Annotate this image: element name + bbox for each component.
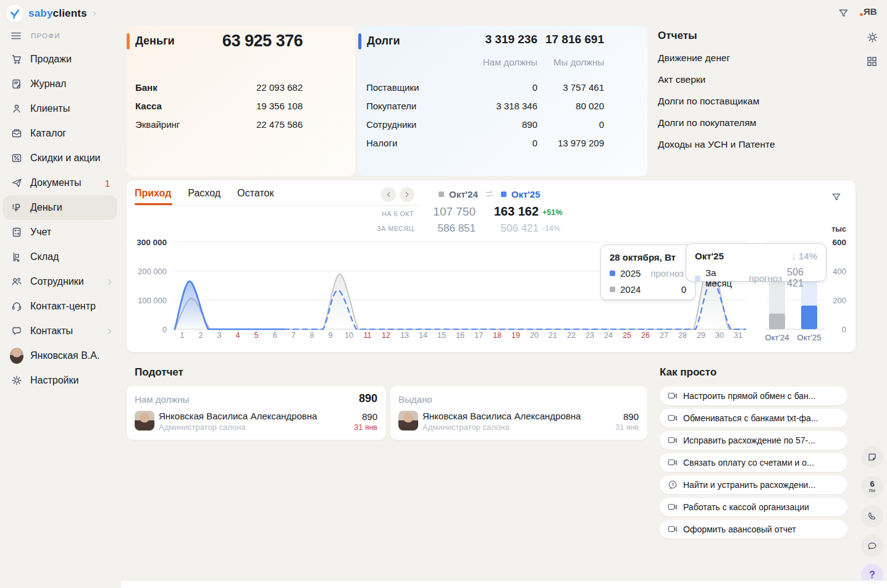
money-row[interactable]: Эквайринг 22 475 586 [135, 115, 303, 133]
swap-icon[interactable] [484, 189, 495, 200]
person-name[interactable]: Янковская Василиса Александровна [422, 411, 581, 421]
debts-card-title[interactable]: Долги [367, 35, 400, 48]
x-axis-day-label: 22 [567, 331, 576, 340]
sidebar-item-kontakty[interactable]: Контакты [0, 319, 121, 343]
podotchet-owed-total: 890 [359, 392, 377, 405]
sidebar-item-zhurnal[interactable]: Журнал [0, 72, 121, 96]
sidebar-item-sklad[interactable]: Склад [0, 245, 121, 269]
sidebar-item-label: Контакты [30, 326, 73, 337]
how-simple-item[interactable]: Настроить прямой обмен с бан... [660, 387, 847, 405]
report-link[interactable]: Долги по поставщикам [658, 96, 843, 107]
sidebar-item-uchet[interactable]: Учет [0, 220, 121, 245]
sidebar-item-dengi[interactable]: Деньги [2, 195, 117, 220]
debt-row[interactable]: Покупатели 3 318 346 80 020 [366, 96, 604, 115]
sidebar-item-prodazhi[interactable]: Продажи [0, 47, 121, 72]
sidebar-item-skidki[interactable]: Скидки и акции [0, 146, 121, 170]
tab-расход[interactable]: Расход [188, 188, 221, 205]
money-card-title[interactable]: Деньги [135, 35, 175, 48]
gear-icon[interactable] [866, 31, 879, 44]
sidebar-item-dokumenty[interactable]: Документы 1 [0, 170, 121, 195]
y-axis-label: 200 000 [138, 267, 167, 276]
report-link[interactable]: Долги по покупателям [658, 117, 843, 128]
prev-period-button[interactable] [381, 187, 396, 202]
question-icon: ? [667, 479, 678, 490]
mini-y-axis-label: 200 [833, 296, 846, 305]
journal-icon [10, 77, 23, 91]
how-simple-item[interactable]: ? Найти и устранить расхождени... [660, 476, 847, 494]
horizontal-scrollbar[interactable] [121, 580, 887, 588]
debts-total-we-owe[interactable]: 17 816 691 [545, 33, 604, 46]
income-chart-card: 300 000200 000100 0000123456789101112131… [127, 180, 855, 352]
how-simple-item[interactable]: Обмениваться с банками txt-фа... [660, 409, 847, 427]
report-link[interactable]: Доходы на УСН и Патенте [658, 139, 843, 150]
how-simple-item[interactable]: Исправить расхождение по 57-... [660, 431, 847, 450]
podotchet-issued-header: Выдано [398, 394, 432, 405]
summary-month-delta: -14% [542, 224, 560, 233]
chevron-right-icon [106, 278, 114, 286]
tab-приход[interactable]: Приход [135, 188, 171, 205]
y-axis-label: 0 [162, 325, 167, 334]
x-axis-day-label: 20 [530, 331, 539, 340]
x-axis-day-label: 9 [329, 331, 333, 340]
paper-plane-icon [10, 176, 23, 190]
chat-button[interactable] [861, 535, 883, 557]
mini-unit-label: тыс [831, 225, 846, 233]
next-period-button[interactable] [400, 187, 414, 202]
report-link[interactable]: Акт сверки [658, 74, 843, 85]
sidebar-item-klienty[interactable]: Клиенты [0, 96, 121, 121]
how-simple-item[interactable]: Работать с кассой организации [660, 498, 847, 516]
x-axis-day-label: 26 [641, 331, 650, 340]
curr-period-label[interactable]: Окт'25 [511, 189, 540, 200]
notes-button[interactable] [861, 446, 883, 468]
mini-bar-category: Окт'25 [797, 333, 822, 342]
sidebar-item-profile[interactable]: Янковская В.А. [0, 343, 121, 368]
sidebar-nav: Продажи Журнал Клиенты Каталог Скидки и … [0, 47, 121, 393]
how-simple-item[interactable]: Связать оплату со счетами и о... [660, 453, 847, 472]
menu-icon[interactable] [10, 30, 22, 42]
user-monogram[interactable]: ЯВ [864, 6, 877, 17]
sidebar-item-label: Деньги [30, 202, 62, 213]
chart-filter-icon[interactable] [831, 191, 842, 203]
tooltip-month-delta: ↓ 14% [791, 251, 817, 261]
sidebar-item-kontakt-centr[interactable]: Контакт-центр [0, 294, 121, 319]
phone-button[interactable] [861, 505, 883, 527]
unread-badge: 1 [105, 178, 110, 188]
money-row[interactable]: Касса 19 356 108 [135, 96, 303, 115]
headset-icon [10, 300, 23, 313]
video-icon [667, 502, 678, 513]
how-simple-item[interactable]: Оформить авансовый отчет [660, 520, 847, 539]
app-logo[interactable]: sabyclients [6, 4, 98, 23]
sidebar-item-sotrudniki[interactable]: Сотрудники [0, 269, 121, 294]
chevron-right-icon [106, 327, 114, 335]
prev-period-label[interactable]: Окт'24 [449, 189, 478, 200]
podotchet-card-owed[interactable]: Нам должны 890 Янковская Василиса Алекса… [127, 386, 386, 440]
gear-icon [10, 374, 23, 387]
sidebar-item-label: Клиенты [30, 103, 70, 114]
money-total[interactable]: 63 925 376 [222, 32, 303, 51]
x-axis-day-label: 13 [400, 331, 409, 340]
how-simple-label: Работать с кассой организации [683, 502, 809, 512]
mini-bar-category: Окт'24 [765, 333, 789, 342]
workspace-switcher[interactable]: ПРОФИ [10, 30, 61, 42]
debts-total-owed-to-us[interactable]: 3 319 236 [485, 33, 537, 46]
sidebar-item-nastroyki[interactable]: Настройки [0, 368, 121, 393]
sidebar-item-katalog[interactable]: Каталог [0, 121, 121, 146]
dashboard-grid-icon[interactable] [866, 56, 878, 67]
x-axis-day-label: 25 [623, 331, 631, 340]
debt-row[interactable]: Налоги 0 13 979 209 [366, 133, 604, 152]
money-row[interactable]: Банк 22 093 682 [135, 78, 303, 96]
debt-row[interactable]: Сотрудники 890 0 [366, 115, 604, 133]
person-name[interactable]: Янковская Василиса Александровна [159, 411, 317, 421]
debts-col-we-owe: Мы должны [553, 57, 604, 67]
report-link[interactable]: Движение денег [658, 52, 843, 64]
ruble-icon [10, 201, 23, 214]
help-label: ? [869, 569, 875, 581]
filter-icon[interactable] [838, 7, 849, 19]
calendar-button[interactable]: 6 пн [861, 476, 883, 498]
tab-остаток[interactable]: Остаток [237, 188, 274, 205]
debt-row[interactable]: Поставщики 0 3 757 461 [366, 78, 604, 96]
client-icon [10, 102, 23, 116]
podotchet-card-issued[interactable]: Выдано Янковская Василиса Александровна … [390, 386, 647, 440]
tooltip-2024-swatch [610, 287, 615, 292]
reports-links: Движение денегАкт сверкиДолги по поставщ… [658, 52, 843, 150]
